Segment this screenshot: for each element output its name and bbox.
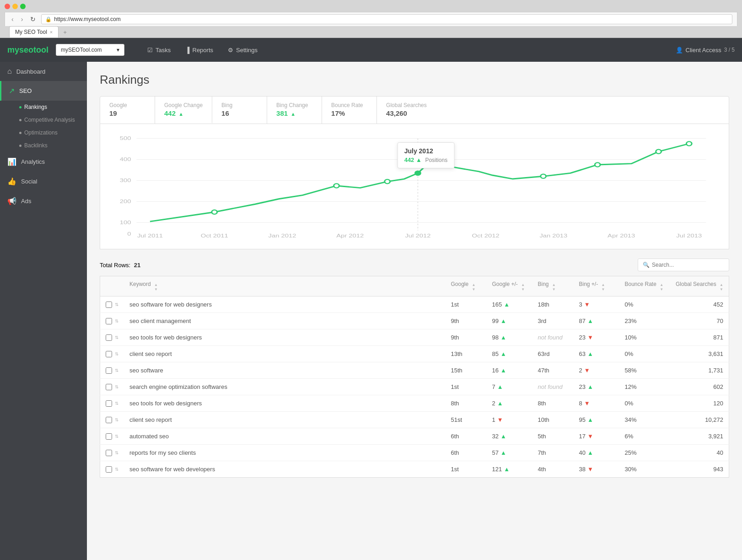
tab-global-searches[interactable]: Global Searches 43,260: [377, 97, 436, 124]
th-google-change[interactable]: Google +/- ▲▼: [487, 276, 532, 296]
row-checkbox[interactable]: [106, 433, 112, 440]
row-checkbox[interactable]: [106, 466, 112, 473]
bing-rank-cell: 8th: [532, 395, 574, 412]
back-button[interactable]: ‹: [10, 15, 16, 24]
tab-bing-change[interactable]: Bing Change 381 ▲: [267, 97, 322, 124]
google-change-sort-icons[interactable]: ▲▼: [521, 283, 525, 291]
keyword-cell: client seo report: [124, 412, 446, 428]
row-move-icon[interactable]: ⇅: [115, 450, 118, 455]
browser-tab[interactable]: My SEO Tool ×: [9, 26, 59, 38]
sidebar-item-dashboard[interactable]: ⌂ Dashboard: [0, 62, 87, 81]
bing-sort-icons[interactable]: ▲▼: [552, 283, 556, 291]
minimize-button[interactable]: [12, 4, 18, 9]
bing-change-sort-icons[interactable]: ▲▼: [602, 283, 605, 291]
sidebar-item-optimizations[interactable]: Optimizations: [19, 126, 87, 139]
client-access[interactable]: 👤 Client Access 3 / 5: [676, 47, 735, 54]
forward-button[interactable]: ›: [19, 15, 25, 24]
svg-text:Jan 2012: Jan 2012: [269, 232, 296, 238]
row-move-icon[interactable]: ⇅: [115, 318, 118, 323]
row-checkbox[interactable]: [106, 450, 112, 456]
svg-text:Jul 2011: Jul 2011: [137, 232, 163, 238]
backlinks-dot: [19, 145, 22, 147]
row-move-icon[interactable]: ⇅: [115, 302, 118, 307]
row-controls-cell: ⇅: [100, 395, 124, 412]
keyword-sort-icons[interactable]: ▲▼: [154, 283, 158, 291]
row-move-icon[interactable]: ⇅: [115, 368, 118, 373]
row-checkbox[interactable]: [106, 318, 112, 324]
tab-bing[interactable]: Bing 16: [212, 97, 267, 124]
tab-google[interactable]: Google 19: [100, 97, 155, 124]
main-content: Rankings Google 19 Google Change 442 ▲ B…: [87, 62, 742, 560]
new-tab-button[interactable]: +: [59, 27, 70, 38]
th-bounce-rate[interactable]: Bounce Rate ▲▼: [619, 276, 670, 296]
bing-rank-cell: not found: [532, 379, 574, 395]
search-input[interactable]: [652, 262, 724, 268]
row-move-icon[interactable]: ⇅: [115, 401, 118, 406]
nav-reports[interactable]: ▐ Reports: [179, 44, 220, 56]
top-nav-items: ☑ Tasks ▐ Reports ⚙ Settings: [141, 44, 264, 56]
sidebar-item-rankings[interactable]: Rankings: [19, 101, 87, 113]
th-google[interactable]: Google ▲▼: [446, 276, 487, 296]
sidebar-item-ads[interactable]: 📢 Ads: [0, 191, 87, 211]
address-bar[interactable]: 🔒 https://www.myseotool.com: [41, 14, 732, 24]
bing-rank: 47th: [538, 367, 549, 374]
nav-settings[interactable]: ⚙ Settings: [221, 44, 264, 56]
global-sort-icons[interactable]: ▲▼: [720, 283, 723, 291]
total-rows-value: 21: [134, 262, 140, 269]
bing-change-value: 2: [579, 367, 582, 374]
keyword-cell: seo client management: [124, 313, 446, 329]
bing-rank-cell: 7th: [532, 445, 574, 461]
google-change-value: 16: [492, 367, 499, 374]
backlinks-label: Backlinks: [24, 142, 48, 149]
th-keyword[interactable]: Keyword ▲▼: [124, 276, 446, 296]
svg-text:Jul 2012: Jul 2012: [405, 232, 430, 238]
row-checkbox[interactable]: [106, 384, 112, 390]
row-checkbox[interactable]: [106, 302, 112, 308]
bing-rank: 18th: [538, 301, 549, 308]
row-controls-cell: ⇅: [100, 362, 124, 379]
row-move-icon[interactable]: ⇅: [115, 467, 118, 472]
row-controls-cell: ⇅: [100, 313, 124, 329]
row-move-icon[interactable]: ⇅: [115, 384, 118, 389]
reload-button[interactable]: ↻: [28, 15, 38, 24]
search-box[interactable]: 🔍: [638, 258, 729, 271]
row-checkbox[interactable]: [106, 367, 112, 374]
global-searches-cell: 10,272: [670, 412, 729, 428]
row-checkbox[interactable]: [106, 417, 112, 423]
row-move-icon[interactable]: ⇅: [115, 335, 118, 340]
bounce-sort-icons[interactable]: ▲▼: [660, 283, 663, 291]
google-change-arrow: ▲: [178, 111, 183, 117]
sidebar-item-seo[interactable]: ↗ SEO: [0, 81, 87, 101]
google-change-arrow-up: ▲: [500, 449, 506, 456]
row-checkbox[interactable]: [106, 351, 112, 357]
row-move-icon[interactable]: ⇅: [115, 434, 118, 439]
row-checkbox[interactable]: [106, 400, 112, 407]
row-move-icon[interactable]: ⇅: [115, 351, 118, 356]
google-rank-cell: 13th: [446, 346, 487, 362]
th-bing-change[interactable]: Bing +/- ▲▼: [574, 276, 619, 296]
seo-icon: ↗: [9, 86, 15, 95]
sidebar-item-backlinks[interactable]: Backlinks: [19, 139, 87, 152]
competitive-analysis-dot: [19, 119, 22, 121]
tab-close-button[interactable]: ×: [50, 29, 53, 35]
tab-google-change[interactable]: Google Change 442 ▲: [155, 97, 212, 124]
settings-icon: ⚙: [228, 47, 233, 54]
google-sort-icons[interactable]: ▲▼: [472, 283, 476, 291]
google-rank-cell: 15th: [446, 362, 487, 379]
sidebar-item-competitive-analysis[interactable]: Competitive Analysis: [19, 113, 87, 126]
row-move-icon[interactable]: ⇅: [115, 417, 118, 422]
th-global-searches[interactable]: Global Searches ▲▼: [670, 276, 729, 296]
row-checkbox[interactable]: [106, 334, 112, 341]
site-selector[interactable]: mySEOTool.com ▾: [56, 44, 124, 56]
svg-text:Jul 2013: Jul 2013: [676, 232, 702, 238]
sidebar-item-analytics[interactable]: 📊 Analytics: [0, 152, 87, 172]
nav-tasks[interactable]: ☑ Tasks: [141, 44, 177, 56]
close-button[interactable]: [5, 4, 10, 9]
maximize-button[interactable]: [20, 4, 26, 9]
sidebar-item-social[interactable]: 👍 Social: [0, 172, 87, 191]
svg-point-28: [686, 141, 692, 145]
tab-bounce-rate[interactable]: Bounce Rate 17%: [322, 97, 377, 124]
google-change-arrow-up: ▲: [500, 334, 506, 341]
bing-rank-cell: 63rd: [532, 346, 574, 362]
th-bing[interactable]: Bing ▲▼: [532, 276, 574, 296]
